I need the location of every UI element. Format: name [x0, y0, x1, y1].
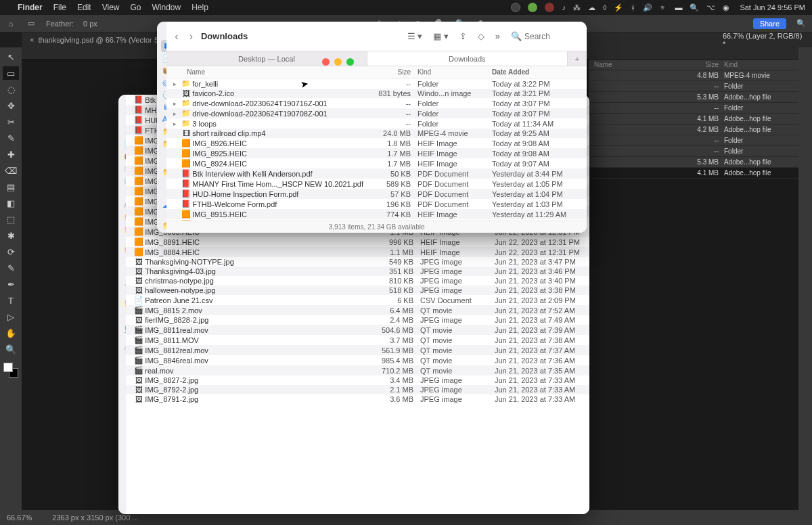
file-row[interactable]: ▸📁drive-download-20230624T190716Z-001--F… [166, 98, 587, 108]
ps-tool[interactable]: T [3, 294, 19, 307]
file-row[interactable]: 🟧IMG_8891.HEIC996 KBHEIF ImageJun 22, 20… [126, 237, 589, 247]
table-row[interactable]: 4.2 MBAdobe...hop file [589, 124, 798, 135]
status-icon[interactable] [545, 3, 554, 12]
sidebar-item[interactable]: AApplica... [118, 199, 126, 211]
ps-tool[interactable]: ◧ [3, 196, 19, 210]
sidebar-item[interactable]: 💻Kelli's MacB... [118, 322, 126, 342]
minimize-button[interactable] [334, 58, 342, 66]
clock[interactable]: Sat Jun 24 9:56 PM [740, 3, 805, 12]
ps-tool[interactable]: ↖ [3, 50, 19, 64]
sidebar-item[interactable]: 📄Docume... [118, 138, 126, 150]
file-row[interactable]: ▸📁drive-download-20230624T190708Z-001--F… [166, 108, 587, 118]
table-row[interactable]: 4.8 MBMPEG-4 movie [589, 70, 798, 81]
sidebar-item[interactable]: 🕘Recents [157, 89, 166, 101]
sidebar-item[interactable]: ◎AirDrop [157, 76, 166, 89]
sidebar-item[interactable]: 📦Dropbo... [118, 150, 126, 162]
file-row[interactable]: 🟧IMG_8925.HEIC1.7 MBHEIF ImageToday at 9… [166, 148, 587, 158]
control-center-icon[interactable]: ⌥ [706, 3, 715, 12]
status-icon[interactable] [511, 3, 520, 12]
bluetooth-icon[interactable]: ᚼ [631, 3, 635, 12]
table-row[interactable]: 5.3 MBAdobe...hop file [589, 157, 798, 168]
column-headers[interactable]: Name Size Kind Date Added [166, 66, 587, 78]
table-row[interactable]: 5.3 MBAdobe...hop file [589, 92, 798, 103]
ps-tool[interactable]: ⟳ [3, 245, 19, 258]
file-row[interactable]: 🖼IMG_8827-2.jpg3.4 MBJPEG imageJun 21, 2… [126, 375, 589, 385]
file-list[interactable]: ▸📁for_kelli--FolderToday at 3:22 PM🖼favi… [166, 78, 587, 221]
file-row[interactable]: 🖼fierIMG_8828-2.jpg2.4 MBJPEG imageJun 2… [126, 315, 589, 325]
sidebar-item[interactable]: ☁iCloud Drive [157, 199, 166, 219]
status-icon[interactable]: ⁂ [573, 3, 581, 12]
status-icon[interactable] [528, 3, 537, 12]
file-row[interactable]: 🖼Thanksgiving4-03.jpg351 KBJPEG imageJun… [126, 267, 589, 276]
file-row[interactable]: 🎬IMG_8846real.mov985.4 MBQT movieJun 21,… [126, 355, 589, 365]
finder-window-front[interactable]: Favorites ⬇Downloads📄Documents📦Dropbox◎A… [157, 22, 587, 233]
wifi-icon[interactable]: ᯤ [660, 3, 667, 12]
status-icon[interactable]: ☁ [588, 3, 595, 12]
battery-icon[interactable]: ▬ [675, 3, 682, 12]
color-swatch[interactable] [3, 363, 18, 378]
table-row[interactable]: --Folder [589, 81, 798, 92]
file-row[interactable]: 🟧IMG_8926.HEIC1.8 MBHEIF ImageToday at 9… [166, 138, 587, 148]
app-name[interactable]: Finder [18, 3, 43, 12]
sidebar-item[interactable]: ◎AirDrop [118, 162, 126, 175]
share-button[interactable]: Share [753, 18, 786, 29]
ps-tool[interactable]: ✱ [3, 229, 19, 242]
file-row[interactable]: 🎬real.mov710.2 MBQT movieJun 21, 2023 at… [126, 365, 589, 375]
forward-button[interactable]: › [189, 30, 193, 43]
file-row[interactable]: 🖼IMG_8792-2.jpg2.1 MBJPEG imageJun 21, 2… [126, 385, 589, 394]
sidebar-item[interactable]: 📦Dropbox [157, 64, 166, 76]
sidebar-item[interactable]: ⊙Macintosh HD [118, 342, 126, 363]
sidebar-item[interactable]: 📄Documents [157, 52, 166, 64]
tags-icon[interactable]: ◇ [478, 31, 484, 41]
table-row[interactable]: --Folder [589, 135, 798, 146]
ps-tool[interactable]: ⌫ [3, 164, 19, 177]
ps-tool[interactable]: ✥ [3, 99, 19, 112]
more-icon[interactable]: » [495, 31, 500, 41]
col-size[interactable]: Size [363, 68, 411, 76]
col-date[interactable]: Date Added [485, 68, 580, 76]
file-row[interactable]: 🎬IMG_8815 2.mov6.4 MBQT movieJun 21, 202… [126, 305, 589, 315]
status-icon[interactable]: ♪ [562, 3, 566, 12]
volume-icon[interactable]: 🔊 [643, 3, 652, 12]
spotlight-icon[interactable]: 🔍 [690, 3, 699, 12]
ps-tool[interactable]: ✂ [3, 115, 19, 129]
file-row[interactable]: ▸📁for_kelli--FolderToday at 3:22 PM [166, 78, 587, 89]
file-row[interactable]: 🖼halloween-notype.jpg518 KBJPEG imageJun… [126, 286, 589, 295]
sidebar-item[interactable]: 📁Shared [157, 219, 166, 231]
search-icon[interactable]: 🔍 [796, 18, 807, 29]
view-grid-icon[interactable]: ▦ ▾ [433, 31, 449, 41]
menu-view[interactable]: View [102, 3, 120, 12]
file-row[interactable]: 🎬IMG_8811.MOV3.7 MBQT movieJun 21, 2023 … [126, 335, 589, 345]
ps-tool[interactable]: ✎ [3, 261, 19, 275]
sidebar-item[interactable]: 🖥Desktop [157, 101, 166, 113]
ps-tool[interactable]: ✚ [3, 147, 19, 161]
menu-edit[interactable]: Edit [77, 3, 91, 12]
sidebar-item[interactable]: ⬇Downloads [161, 40, 166, 52]
ps-tool[interactable]: ▭ [3, 66, 19, 80]
status-icon[interactable]: ◊ [603, 3, 606, 12]
marquee-tool-icon[interactable]: ▭ [26, 18, 37, 29]
sidebar-item[interactable]: 📁kelliand... [118, 211, 126, 223]
ps-tool[interactable]: ✋ [3, 326, 19, 340]
sidebar-item[interactable]: AApplications [157, 113, 166, 125]
sidebar-item[interactable]: 📁Talks and sli... [157, 137, 166, 166]
file-row[interactable]: 🎬IMG_8812real.mov561.9 MBQT movieJun 21,… [126, 345, 589, 355]
view-list-icon[interactable]: ☰ ▾ [407, 31, 423, 41]
file-row[interactable]: 📄Patreon June 21.csv6 KBCSV DocumentJun … [126, 295, 589, 305]
file-row[interactable]: 🟧IMG_8924.HEIC1.7 MBHEIF ImageToday at 9… [166, 158, 587, 168]
sidebar-item[interactable]: 📁Talks and... [118, 223, 126, 244]
menu-window[interactable]: Window [152, 3, 181, 12]
file-row[interactable]: 🖼christmas-notype.jpg810 KBJPEG imageJun… [126, 276, 589, 286]
zoom-level[interactable]: 66.67% [7, 513, 32, 522]
status-icon[interactable]: ⚡ [614, 3, 623, 12]
sidebar-item[interactable]: 📁Creative Clo... [118, 244, 126, 264]
file-row[interactable]: 🖼IMG_8791-2.jpg3.6 MBJPEG imageJun 21, 2… [126, 394, 589, 404]
file-row[interactable]: 🎞short railroad clip.mp424.8 MBMPEG-4 mo… [166, 129, 587, 138]
siri-icon[interactable]: ◉ [723, 3, 729, 12]
search-input[interactable] [524, 32, 579, 41]
ps-tool[interactable]: ✒ [3, 277, 19, 291]
file-row[interactable]: 🖼Thanksgiving-NOTYPE.jpg549 KBJPEG image… [126, 257, 589, 267]
new-tab-button[interactable]: + [568, 51, 587, 66]
sidebar-item[interactable]: 📁kellianderson [157, 125, 166, 137]
ps-tool[interactable]: 🔍 [3, 342, 19, 356]
